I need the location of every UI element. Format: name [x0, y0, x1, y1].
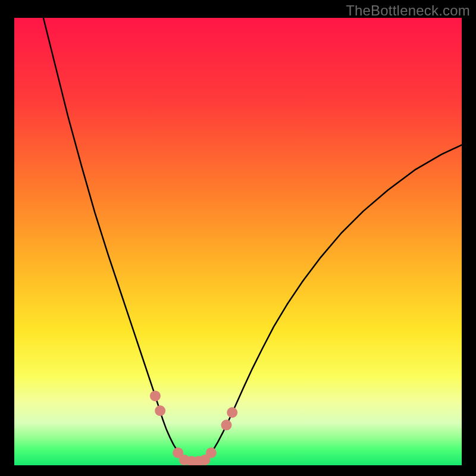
chart-svg: [14, 18, 462, 465]
watermark-text: TheBottleneck.com: [346, 2, 470, 19]
svg-point-10: [227, 407, 237, 418]
plot-area: [14, 18, 462, 465]
svg-point-9: [221, 419, 231, 430]
svg-point-2: [155, 405, 165, 416]
chart-frame: TheBottleneck.com: [0, 0, 476, 476]
svg-point-1: [150, 390, 161, 401]
svg-point-8: [206, 447, 217, 458]
